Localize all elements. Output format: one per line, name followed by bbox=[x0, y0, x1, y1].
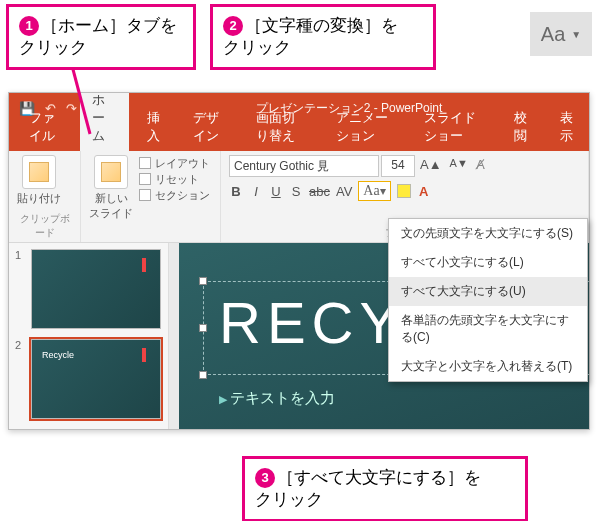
menu-lowercase[interactable]: すべて小文字にする(L) bbox=[389, 248, 587, 277]
italic-button[interactable]: I bbox=[249, 184, 263, 199]
reset-icon bbox=[139, 173, 151, 185]
menu-uppercase[interactable]: すべて大文字にする(U) bbox=[389, 277, 587, 306]
layout-button[interactable]: レイアウト bbox=[139, 155, 210, 171]
change-case-menu: 文の先頭文字を大文字にする(S) すべて小文字にする(L) すべて大文字にする(… bbox=[388, 218, 588, 382]
layout-icon bbox=[139, 157, 151, 169]
resize-handle[interactable] bbox=[199, 371, 207, 379]
section-icon bbox=[139, 189, 151, 201]
grow-font-button[interactable]: A▲ bbox=[417, 155, 445, 177]
highlight-color-button[interactable] bbox=[397, 184, 411, 198]
accent-bar bbox=[142, 258, 146, 272]
font-size-select[interactable]: 54 bbox=[381, 155, 415, 177]
thumbnail-2[interactable]: 2 Recycle bbox=[15, 339, 162, 419]
char-spacing-button[interactable]: AV bbox=[336, 184, 352, 199]
section-button[interactable]: セクション bbox=[139, 187, 210, 203]
callout-2: 2［文字種の変換］を クリック bbox=[210, 4, 436, 70]
paste-label: 貼り付け bbox=[17, 191, 61, 206]
menu-toggle-case[interactable]: 大文字と小文字を入れ替える(T) bbox=[389, 352, 587, 381]
strikethrough-button[interactable]: abc bbox=[309, 184, 330, 199]
ribbon-tabs: ファイル ホーム 挿入 デザイン 画面切り替え アニメーション スライド ショー… bbox=[9, 123, 589, 151]
change-case-icon-demo: Aa▼ bbox=[530, 12, 592, 56]
slide-subtitle-text[interactable]: テキストを入力 bbox=[219, 389, 335, 408]
resize-handle[interactable] bbox=[199, 324, 207, 332]
reset-button[interactable]: リセット bbox=[139, 171, 210, 187]
paste-button[interactable]: 貼り付け bbox=[17, 155, 61, 206]
new-slide-label: 新しい スライド bbox=[89, 191, 133, 221]
callout-3: 3［すべて大文字にする］を クリック bbox=[242, 456, 528, 521]
layout-label: レイアウト bbox=[155, 155, 210, 171]
aa-icon: Aa bbox=[541, 23, 565, 46]
callout-1-l1: ［ホーム］タブを bbox=[41, 16, 177, 35]
accent-bar bbox=[142, 348, 146, 362]
slide-thumbnails: 1 2 Recycle bbox=[9, 243, 169, 429]
thumb-2-text: Recycle bbox=[42, 350, 74, 360]
thumb-2-preview: Recycle bbox=[31, 339, 161, 419]
shadow-button[interactable]: S bbox=[289, 184, 303, 199]
new-slide-icon bbox=[94, 155, 128, 189]
group-clipboard-label: クリップボード bbox=[17, 210, 72, 240]
clear-formatting-button[interactable]: A̸ bbox=[473, 155, 488, 177]
callout-3-num: 3 bbox=[255, 468, 275, 488]
callout-2-l2: クリック bbox=[223, 38, 291, 57]
callout-1-l2: クリック bbox=[19, 38, 87, 57]
thumbnail-1[interactable]: 1 bbox=[15, 249, 162, 329]
section-label: セクション bbox=[155, 187, 210, 203]
tab-file[interactable]: ファイル bbox=[17, 104, 74, 151]
window-title: プレゼンテーション2 - PowerPoint bbox=[109, 100, 589, 117]
menu-sentence-case[interactable]: 文の先頭文字を大文字にする(S) bbox=[389, 219, 587, 248]
underline-button[interactable]: U bbox=[269, 184, 283, 199]
callout-2-l1: ［文字種の変換］を bbox=[245, 16, 398, 35]
group-slides: 新しい スライド レイアウト リセット セクション bbox=[81, 151, 221, 242]
callout-2-num: 2 bbox=[223, 16, 243, 36]
bold-button[interactable]: B bbox=[229, 184, 243, 199]
resize-handle[interactable] bbox=[199, 277, 207, 285]
callout-3-l1: ［すべて大文字にする］を bbox=[277, 468, 481, 487]
callout-3-l2: クリック bbox=[255, 490, 323, 509]
new-slide-button[interactable]: 新しい スライド bbox=[89, 155, 133, 221]
paste-icon bbox=[22, 155, 56, 189]
thumb-2-number: 2 bbox=[15, 339, 25, 419]
font-color-button[interactable]: A bbox=[417, 184, 431, 199]
shrink-font-button[interactable]: A▼ bbox=[447, 155, 471, 177]
menu-capitalize-each-word[interactable]: 各単語の先頭文字を大文字にする(C) bbox=[389, 306, 587, 352]
callout-1-num: 1 bbox=[19, 16, 39, 36]
callout-1: 1［ホーム］タブを クリック bbox=[6, 4, 196, 70]
reset-label: リセット bbox=[155, 171, 199, 187]
thumb-1-number: 1 bbox=[15, 249, 25, 329]
chevron-down-icon: ▼ bbox=[571, 29, 581, 40]
thumb-1-preview bbox=[31, 249, 161, 329]
change-case-button[interactable]: Aa▾ bbox=[358, 181, 390, 201]
group-slides-label bbox=[89, 227, 212, 240]
group-clipboard: 貼り付け クリップボード bbox=[9, 151, 81, 242]
font-name-select[interactable]: Century Gothic 見 bbox=[229, 155, 379, 177]
